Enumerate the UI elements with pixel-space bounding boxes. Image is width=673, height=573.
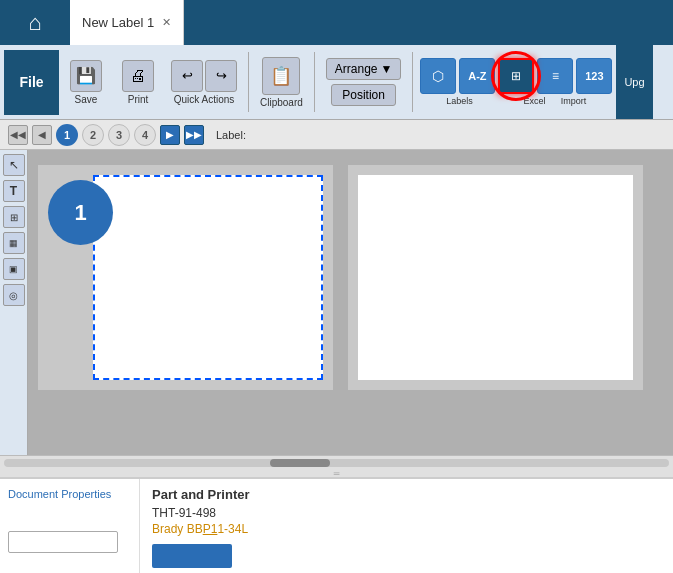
az-icon-button[interactable]: A-Z xyxy=(459,58,495,94)
arrange-label: Arrange xyxy=(335,62,378,76)
label-2-container[interactable]: 2 xyxy=(348,165,643,390)
file-button[interactable]: File xyxy=(4,50,59,115)
bottom-panel: Document Properties Part and Printer THT… xyxy=(0,477,673,573)
printer-brand-text: Brady BBP11-34L xyxy=(152,522,661,536)
file-label: File xyxy=(19,74,43,90)
position-button[interactable]: Position xyxy=(331,84,396,106)
clipboard-button[interactable]: 📋 xyxy=(262,57,300,95)
printer-model-text: THT-91-498 xyxy=(152,506,661,520)
horizontal-scrollbar[interactable] xyxy=(4,459,669,467)
toolbar: File 💾 Save 🖨 Print ↩ ↪ Quick Actions 📋 … xyxy=(0,45,673,120)
number-icon-button[interactable]: 123 xyxy=(576,58,612,94)
change-printer-button[interactable] xyxy=(152,544,232,568)
chart-icon-button[interactable]: ≡ xyxy=(537,58,573,94)
label-1-number: 1 xyxy=(74,200,86,226)
print-group: 🖨 Print xyxy=(113,56,163,109)
page-1-button[interactable]: 1 xyxy=(56,124,78,146)
print-button[interactable]: 🖨 xyxy=(122,60,154,92)
arrange-dropdown-icon: ▼ xyxy=(381,62,393,76)
labels-icon: ⬡ xyxy=(432,68,444,84)
nav-prev-button[interactable]: ◀ xyxy=(32,125,52,145)
grid-tool-button[interactable]: ⊞ xyxy=(3,206,25,228)
label-1-container[interactable]: 1 xyxy=(38,165,333,390)
label-2-inner[interactable] xyxy=(358,175,633,380)
upgrade-label: Upg xyxy=(624,76,644,88)
excel-icon: ⊞ xyxy=(511,69,521,83)
labels-icon-button[interactable]: ⬡ xyxy=(420,58,456,94)
clipboard-label: Clipboard xyxy=(260,97,303,108)
scrollbar-area[interactable] xyxy=(0,455,673,469)
select-tool-button[interactable]: ↖ xyxy=(3,154,25,176)
home-button[interactable]: ⌂ xyxy=(0,0,70,45)
quick-actions-label: Quick Actions xyxy=(174,94,235,105)
save-label: Save xyxy=(75,94,98,105)
nav-first-button[interactable]: ◀◀ xyxy=(8,125,28,145)
arrange-position-group: Arrange ▼ Position xyxy=(320,54,408,110)
tool-icon-labels-row: Labels Excel Import xyxy=(441,96,591,106)
clipboard-group: 📋 Clipboard xyxy=(254,53,309,112)
left-toolbar: ↖ T ⊞ ▦ ▣ ◎ xyxy=(0,150,28,455)
home-icon: ⌂ xyxy=(28,10,41,36)
part-and-printer-title: Part and Printer xyxy=(152,487,661,502)
import-icon-label: Import xyxy=(555,96,591,106)
bottom-right-panel: Part and Printer THT-91-498 Brady BBP11-… xyxy=(140,479,673,573)
image-tool-button[interactable]: ▣ xyxy=(3,258,25,280)
excel-icon-button[interactable]: ⊞ xyxy=(498,58,534,94)
shape-tool-button[interactable]: ◎ xyxy=(3,284,25,306)
scrollbar-thumb[interactable] xyxy=(270,459,330,467)
printer-brand-underline: P1 xyxy=(203,522,218,536)
upgrade-button[interactable]: Upg xyxy=(616,45,652,119)
save-button[interactable]: 💾 xyxy=(70,60,102,92)
document-properties-link[interactable]: Document Properties xyxy=(8,488,111,500)
label-text: Label: xyxy=(216,129,246,141)
separator-3 xyxy=(412,52,413,112)
doc-property-input[interactable] xyxy=(8,531,118,553)
nav-bar: ◀◀ ◀ 1 2 3 4 ▶ ▶▶ Label: xyxy=(0,120,673,150)
excel-icon-wrapper: ⊞ xyxy=(498,58,534,94)
label-1-circle: 1 xyxy=(48,180,113,245)
tool-icons-row: ⬡ A-Z ⊞ ≡ 123 xyxy=(420,58,612,94)
canvas-area: ↖ T ⊞ ▦ ▣ ◎ 1 2 xyxy=(0,150,673,455)
az-icon: A-Z xyxy=(468,70,486,82)
tab-close-icon[interactable]: ✕ xyxy=(162,16,171,29)
save-group: 💾 Save xyxy=(61,56,111,109)
chart-icon: ≡ xyxy=(552,69,559,83)
separator-1 xyxy=(248,52,249,112)
printer-brand-rest: 1-34L xyxy=(217,522,248,536)
resize-handle[interactable]: ═ xyxy=(0,469,673,477)
tool-icons-group: ⬡ A-Z ⊞ ≡ 123 Labels Excel Import xyxy=(418,54,614,110)
position-label: Position xyxy=(342,88,385,102)
redo-button[interactable]: ↪ xyxy=(205,60,237,92)
resize-icon: ═ xyxy=(334,469,340,478)
label-1-inner[interactable] xyxy=(93,175,323,380)
separator-2 xyxy=(314,52,315,112)
print-label: Print xyxy=(128,94,149,105)
labels-icon-label: Labels xyxy=(441,96,477,106)
nav-next-button[interactable]: ▶ xyxy=(160,125,180,145)
excel-icon-label: Excel xyxy=(516,96,552,106)
page-2-button[interactable]: 2 xyxy=(82,124,104,146)
text-tool-button[interactable]: T xyxy=(3,180,25,202)
arrange-button[interactable]: Arrange ▼ xyxy=(326,58,402,80)
nav-last-button[interactable]: ▶▶ xyxy=(184,125,204,145)
quick-actions-group: ↩ ↪ Quick Actions xyxy=(165,56,243,109)
document-tab[interactable]: New Label 1 ✕ xyxy=(70,0,184,45)
title-bar: ⌂ New Label 1 ✕ xyxy=(0,0,673,45)
number-icon: 123 xyxy=(585,70,603,82)
page-3-button[interactable]: 3 xyxy=(108,124,130,146)
bottom-left-panel: Document Properties xyxy=(0,479,140,573)
tab-label: New Label 1 xyxy=(82,15,154,30)
page-4-button[interactable]: 4 xyxy=(134,124,156,146)
undo-button[interactable]: ↩ xyxy=(171,60,203,92)
canvas-content[interactable]: 1 2 xyxy=(28,150,673,455)
barcode-tool-button[interactable]: ▦ xyxy=(3,232,25,254)
